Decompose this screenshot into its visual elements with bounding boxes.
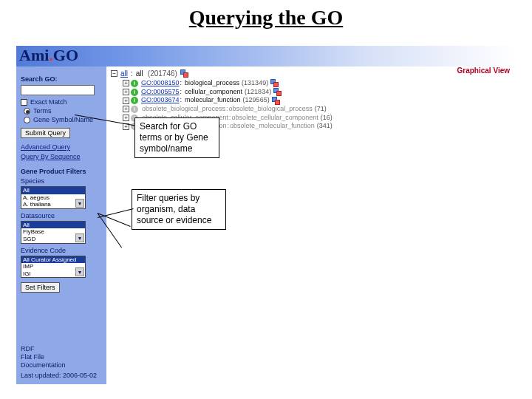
term-name: cellular_component — [185, 88, 242, 97]
evidence-option: All Curator Assigned — [21, 256, 85, 264]
datasource-option: All — [21, 222, 85, 229]
exact-match-label: Exact Match — [30, 98, 67, 106]
search-heading: Search GO: — [21, 75, 102, 83]
datasource-label: Datasource — [21, 212, 102, 219]
tree-row-obsolete[interactable]: + i obsolete_biological_process: obsolet… — [123, 105, 511, 114]
collapse-icon[interactable]: − — [111, 70, 117, 77]
tree-row[interactable]: + i GO:0003674 : molecular_function (129… — [123, 96, 511, 105]
species-option: All — [21, 187, 85, 194]
term-name: molecular_function — [185, 96, 241, 105]
sidebar: Search GO: Exact Match Terms Gene Symbol… — [16, 66, 106, 384]
term-count: (16) — [321, 114, 332, 123]
tree-row[interactable]: + i GO:0005575 : cellular_component (121… — [123, 88, 511, 97]
callout-search: Search for GO terms or by Gene symbol/na… — [134, 117, 219, 158]
go-id[interactable]: GO:0008150 — [141, 79, 180, 88]
amigo-logo: Ami.GO — [19, 46, 78, 65]
slide-title: Querying the GO — [0, 6, 532, 30]
logo-suffix: GO — [53, 46, 78, 64]
obs-sub: obsolete_biological_process — [229, 105, 313, 114]
amigo-app: Ami.GO Search GO: Exact Match Terms Gene… — [16, 46, 516, 384]
term-count: (121834) — [245, 88, 271, 97]
expand-icon[interactable]: + — [123, 89, 129, 95]
query-by-sequence-link[interactable]: Query By Sequence — [21, 153, 102, 160]
radio-genes-label: Gene Symbol/Name — [33, 116, 93, 123]
root-all: all — [136, 69, 143, 78]
radio-icon — [24, 108, 30, 115]
pie-icon[interactable] — [180, 69, 188, 78]
logo-prefix: Ami — [19, 46, 49, 64]
term-count: (71) — [315, 105, 327, 114]
isa-icon: i — [131, 97, 138, 104]
chevron-down-icon: ▼ — [75, 267, 84, 276]
radio-terms[interactable]: Terms — [24, 107, 102, 115]
chevron-down-icon: ▼ — [75, 233, 84, 242]
isa-icon: i — [131, 89, 138, 96]
checkbox-icon — [21, 99, 27, 106]
term-name: obsolete_biological_process — [142, 105, 225, 114]
rdf-link[interactable]: RDF — [21, 345, 97, 352]
root-count: (201746) — [148, 69, 177, 78]
expand-icon[interactable]: + — [123, 115, 129, 121]
pie-icon[interactable] — [270, 79, 279, 87]
tree-root[interactable]: − all : all (201746) — [111, 69, 511, 78]
set-filters-button[interactable]: Set Filters — [21, 282, 60, 293]
term-name: biological_process — [185, 79, 239, 88]
go-id[interactable]: GO:0003674 — [141, 96, 180, 105]
evidence-label: Evidence Code — [21, 247, 102, 254]
search-input[interactable] — [21, 85, 95, 95]
term-count: (131349) — [242, 79, 268, 88]
last-updated: Last updated: 2006-05-02 — [21, 372, 97, 379]
isa-icon: i — [131, 80, 138, 87]
flat-file-link[interactable]: Flat File — [21, 353, 97, 361]
evidence-select[interactable]: All Curator Assigned IMP IGI ▼ — [21, 256, 86, 279]
root-label: all — [120, 69, 128, 78]
radio-terms-label: Terms — [33, 107, 52, 115]
pie-icon[interactable] — [272, 97, 280, 105]
expand-icon[interactable]: + — [123, 106, 129, 112]
filters-heading: Gene Product Filters — [21, 168, 102, 175]
radio-icon — [24, 117, 30, 123]
callout-filter: Filter queries by organism, data source … — [132, 189, 226, 230]
exact-match-checkbox[interactable]: Exact Match — [21, 98, 102, 106]
header-bar: Ami.GO — [16, 46, 516, 66]
expand-icon[interactable]: + — [123, 80, 129, 86]
chevron-down-icon: ▼ — [75, 199, 84, 208]
term-count: (129565) — [243, 96, 270, 105]
expand-icon[interactable]: + — [123, 98, 129, 104]
species-select[interactable]: All A. aegeus A. thaliana ▼ — [21, 186, 86, 209]
term-count: (341) — [317, 122, 332, 131]
submit-query-button[interactable]: Submit Query — [21, 128, 70, 138]
pie-icon[interactable] — [273, 88, 282, 96]
documentation-link[interactable]: Documentation — [21, 361, 97, 369]
graphical-view-link[interactable]: Graphical View — [457, 66, 510, 75]
species-label: Species — [21, 177, 102, 185]
datasource-select[interactable]: All FlyBase SGD ▼ — [21, 221, 86, 244]
obs-sub: obsolete_cellular_component — [232, 114, 318, 123]
advanced-query-link[interactable]: Advanced Query — [21, 143, 102, 151]
go-id[interactable]: GO:0005575 — [141, 88, 180, 97]
isa-icon: i — [131, 106, 138, 113]
tree-row[interactable]: + i GO:0008150 : biological_process (131… — [123, 79, 511, 88]
sidebar-footer: RDF Flat File Documentation Last updated… — [21, 344, 97, 380]
obs-sub: obsolete_molecular_function — [230, 122, 315, 131]
